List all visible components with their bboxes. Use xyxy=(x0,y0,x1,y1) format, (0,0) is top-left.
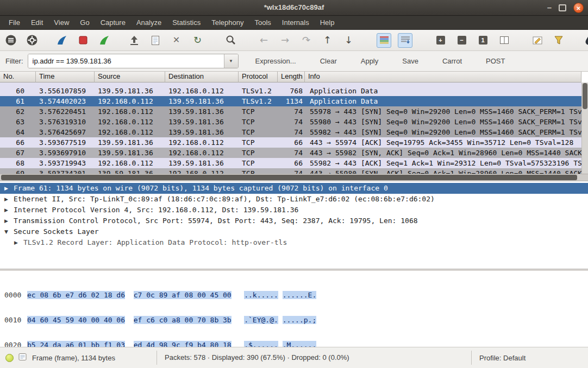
status-profile[interactable]: Profile: Default xyxy=(472,354,588,362)
hex-bytes[interactable]: ed 4d 98 9c f9 b4 80 18 xyxy=(134,341,232,347)
detail-row-ssl[interactable]: ▼ Secure Sockets Layer xyxy=(0,226,588,237)
maximize-button[interactable] xyxy=(559,4,566,11)
packet-row-67[interactable]: 67 3.593697910 139.59.181.36 192.168.0.1… xyxy=(0,148,581,158)
save-capture-icon[interactable] xyxy=(148,33,162,48)
col-header-protocol[interactable]: Protocol xyxy=(239,72,278,83)
capture-options-icon[interactable] xyxy=(24,33,39,48)
resize-columns-icon[interactable] xyxy=(497,33,511,48)
menu-internals[interactable]: Internals xyxy=(277,16,315,29)
menu-statistics[interactable]: Statistics xyxy=(167,16,206,29)
menu-edit[interactable]: Edit xyxy=(26,16,48,29)
menu-analyze[interactable]: Analyze xyxy=(131,16,167,29)
cell-info: 55980 → 443 [SYN] Seq=0 Win=29200 Len=0 … xyxy=(305,117,581,127)
hex-ascii[interactable]: ......E. xyxy=(283,291,317,299)
hex-ascii[interactable]: .M...... xyxy=(283,341,317,347)
cell-protocol: TCP xyxy=(239,137,278,148)
auto-scroll-icon[interactable] xyxy=(398,33,412,48)
detail-row-ethernet[interactable]: ▶ Ethernet II, Src: Tp-LinkT_0c:89:af (1… xyxy=(0,194,588,205)
packet-list-hscrollbar[interactable] xyxy=(0,174,588,181)
go-last-icon[interactable]: ↓ xyxy=(341,33,356,48)
capture-filter-icon[interactable] xyxy=(530,33,545,48)
stop-capture-icon[interactable] xyxy=(76,33,90,48)
menu-view[interactable]: View xyxy=(48,16,74,29)
hex-row[interactable]: 001004 60 45 59 40 00 40 06 ef c6 c0 a8 … xyxy=(4,316,588,325)
hex-ascii[interactable]: .....p.; xyxy=(283,316,317,324)
hex-row[interactable]: 0000ec 08 6b e7 d6 02 18 d6 c7 0c 89 af … xyxy=(4,291,588,300)
cell-time: 3.593719943 xyxy=(36,158,95,168)
expander-icon[interactable]: ▶ xyxy=(4,183,10,194)
packet-list-vscrollbar[interactable] xyxy=(581,83,588,174)
detail-text: Ethernet II, Src: Tp-LinkT_0c:89:af (18:… xyxy=(14,194,435,205)
packet-row-62[interactable]: 62 3.576220451 192.168.0.112 139.59.181.… xyxy=(0,106,581,117)
menu-go[interactable]: Go xyxy=(74,16,95,29)
start-capture-icon[interactable] xyxy=(54,33,69,48)
expression-button[interactable]: Expression... xyxy=(248,55,303,67)
detail-row-tls-record[interactable]: ▶ TLSv1.2 Record Layer: Application Data… xyxy=(0,237,588,248)
packet-row-66[interactable]: 66 3.593677519 139.59.181.36 192.168.0.1… xyxy=(0,137,581,148)
hex-ascii[interactable]: ..k..... xyxy=(244,291,278,299)
packet-row-69-partial[interactable]: 69 3.593734201 139.59.181.36 192.168.0.1… xyxy=(0,168,581,174)
detail-row-tcp[interactable]: ▶ Transmission Control Protocol, Src Por… xyxy=(0,215,588,226)
expander-icon[interactable]: ▶ xyxy=(4,205,10,215)
hex-bytes[interactable]: ec 08 6b e7 d6 02 18 d6 xyxy=(27,291,125,299)
expander-icon[interactable]: ▶ xyxy=(4,215,10,226)
save-button[interactable]: Save xyxy=(395,55,426,67)
packet-row-64[interactable]: 64 3.576425697 192.168.0.112 139.59.181.… xyxy=(0,127,581,137)
go-first-icon[interactable]: ↑ xyxy=(320,33,335,48)
hex-ascii[interactable]: .$...... xyxy=(244,341,278,347)
menu-capture[interactable]: Capture xyxy=(95,16,131,29)
restart-capture-icon[interactable] xyxy=(97,33,111,48)
expander-icon[interactable]: ▶ xyxy=(4,194,10,205)
menu-file[interactable]: File xyxy=(3,16,26,29)
go-to-packet-icon[interactable]: ↷ xyxy=(299,33,314,48)
hscrollbar-thumb[interactable] xyxy=(1,175,577,180)
detail-row-ip[interactable]: ▶ Internet Protocol Version 4, Src: 192.… xyxy=(0,205,588,215)
filter-input[interactable] xyxy=(28,54,224,68)
menu-tools[interactable]: Tools xyxy=(249,16,276,29)
find-packet-icon[interactable] xyxy=(223,33,238,48)
minimize-button[interactable]: – xyxy=(547,5,552,10)
packet-row-61-selected[interactable]: 61 3.574402023 192.168.0.112 139.59.181.… xyxy=(0,96,581,106)
zoom-in-icon[interactable]: + xyxy=(433,33,448,48)
capture-comments-icon[interactable] xyxy=(18,353,27,363)
go-back-icon[interactable]: ← xyxy=(257,33,271,48)
coloring-rules-icon[interactable] xyxy=(581,33,588,48)
post-filter-button[interactable]: POST xyxy=(479,55,512,67)
colorize-icon[interactable] xyxy=(377,33,391,48)
vscrollbar-thumb[interactable] xyxy=(583,83,587,109)
carrot-filter-button[interactable]: Carrot xyxy=(435,55,469,67)
packet-row-68[interactable]: 68 3.593719943 192.168.0.112 139.59.181.… xyxy=(0,158,581,168)
apply-button[interactable]: Apply xyxy=(354,55,386,67)
zoom-out-icon[interactable]: − xyxy=(454,33,469,48)
hex-row[interactable]: 0020b5 24 da a6 01 bb f1 03 ed 4d 98 9c … xyxy=(4,341,588,347)
hex-bytes[interactable]: b5 24 da a6 01 bb f1 03 xyxy=(27,341,125,347)
hex-bytes[interactable]: ef c6 c0 a8 00 70 8b 3b xyxy=(134,316,232,324)
list-interfaces-icon[interactable] xyxy=(3,33,18,48)
hex-bytes[interactable]: 04 60 45 59 40 00 40 06 xyxy=(27,316,125,324)
col-header-time[interactable]: Time xyxy=(36,72,95,83)
filter-history-dropdown[interactable]: ▼ xyxy=(224,54,238,68)
go-forward-icon[interactable]: → xyxy=(278,33,292,48)
col-header-no[interactable]: No. xyxy=(0,72,36,83)
detail-row-frame[interactable]: ▶ Frame 61: 1134 bytes on wire (9072 bit… xyxy=(0,183,588,194)
menu-telephony[interactable]: Telephony xyxy=(206,16,249,29)
hex-ascii[interactable]: .`EY@.@. xyxy=(244,316,278,324)
packet-row-60[interactable]: 60 3.556107859 139.59.181.36 192.168.0.1… xyxy=(0,86,581,96)
hex-bytes[interactable]: c7 0c 89 af 08 00 45 00 xyxy=(134,291,232,299)
expert-info-icon[interactable] xyxy=(5,354,14,362)
col-header-destination[interactable]: Destination xyxy=(165,72,239,83)
col-header-length[interactable]: Length xyxy=(278,72,305,83)
menu-help[interactable]: Help xyxy=(315,16,340,29)
close-capture-icon[interactable]: ✕ xyxy=(169,33,184,48)
display-filter-icon[interactable] xyxy=(551,33,566,48)
zoom-100-icon[interactable]: 1 xyxy=(476,33,490,48)
open-capture-icon[interactable] xyxy=(127,33,141,48)
col-header-source[interactable]: Source xyxy=(95,72,165,83)
clear-button[interactable]: Clear xyxy=(313,55,344,67)
reload-icon[interactable]: ↻ xyxy=(190,33,205,48)
close-button[interactable]: ✕ xyxy=(573,3,584,13)
expander-icon[interactable]: ▼ xyxy=(4,226,10,237)
expander-icon[interactable]: ▶ xyxy=(14,237,20,248)
col-header-info[interactable]: Info xyxy=(305,72,581,83)
packet-row-63[interactable]: 63 3.576319310 192.168.0.112 139.59.181.… xyxy=(0,117,581,127)
